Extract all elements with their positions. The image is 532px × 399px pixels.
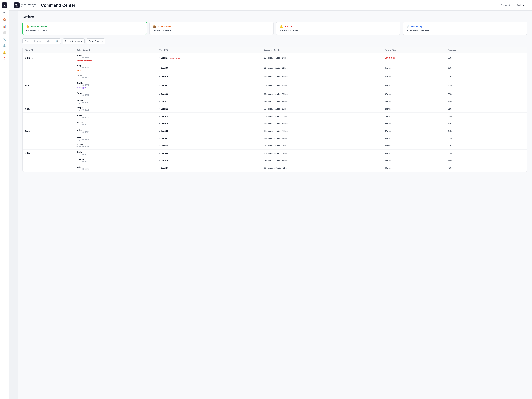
picker-name: Angel [25, 108, 31, 110]
cart-expand-icon[interactable]: › [159, 108, 160, 110]
orders-on-cart-value: 07 orders / 29 units / 28 lines [264, 115, 288, 117]
picker-cell: Erika K. [23, 53, 74, 63]
at-packout-stats: 12 carts 94 orders [152, 30, 270, 32]
cart-id-label[interactable]: › Cart #01 [159, 84, 259, 86]
cart-id-label[interactable]: › Cart #27 [159, 100, 259, 102]
orders-on-cart-sort[interactable]: Orders on Cart ⇅ [264, 49, 280, 51]
cart-expand-icon[interactable]: › [159, 152, 160, 154]
cart-id-label[interactable]: › Cart #18 [159, 122, 259, 125]
cart-id-label[interactable]: › Cart #06 [159, 152, 259, 154]
cart-expand-icon[interactable]: › [159, 115, 160, 117]
cart-id-label[interactable]: › Cart #11 [159, 108, 259, 110]
cart-id-label[interactable]: › Cart #19 [159, 159, 259, 162]
cart-expand-icon[interactable]: › [159, 84, 160, 86]
row-menu-button[interactable]: ⋮ [500, 93, 502, 96]
partials-orders: 36 orders [279, 30, 289, 32]
cart-expand-icon[interactable]: › [159, 93, 160, 95]
cart-sort[interactable]: Cart ID ⇅ [159, 49, 168, 51]
row-menu-button[interactable]: ⋮ [500, 152, 502, 155]
orders-on-cart-value: 09 orders / 103 units / 31 lines [264, 167, 290, 169]
pending-stats: 1028 orders 1435 lines [406, 30, 524, 32]
picker-cell [23, 164, 74, 172]
row-menu-button[interactable]: ⋮ [500, 84, 502, 87]
cart-id-cell: › Cart #11 [157, 105, 261, 113]
cart-id-label[interactable]: › Cart #17 [159, 167, 259, 169]
sidebar-help-icon[interactable]: ❓ [2, 56, 7, 62]
cart-expand-icon[interactable]: › [159, 160, 160, 162]
orders-on-cart-value: 12 orders / 63 units / 22 lines [264, 100, 288, 102]
robot-id-label: freight100-1694 [76, 77, 155, 79]
card-at-packout[interactable]: 📦 At Packout 12 carts 94 orders [149, 22, 274, 35]
row-menu-button[interactable]: ⋮ [500, 122, 502, 125]
time-in-pick-value: 49 mins [385, 159, 392, 162]
row-menu-button[interactable]: ⋮ [500, 57, 502, 59]
cart-id-label[interactable]: › Cart #12 [159, 145, 259, 147]
card-partials[interactable]: 🔔 Partials 36 orders 84 lines [276, 22, 400, 35]
sidebar-home-icon[interactable]: 🏠 [2, 17, 7, 22]
progress-cell: 99% [445, 73, 497, 80]
card-picking-now[interactable]: 🤚 Picking Now 208 orders 837 lines [22, 22, 147, 35]
orders-on-cart-cell: 09 orders / 38 units / 24 lines [261, 90, 382, 98]
row-menu-button[interactable]: ⋮ [500, 159, 502, 162]
row-menu-button[interactable]: ⋮ [500, 108, 502, 110]
robot-name-label: Cooper [76, 107, 155, 109]
search-box[interactable]: 🔍 [22, 38, 61, 44]
row-menu-button[interactable]: ⋮ [500, 66, 502, 70]
sidebar-analytics-icon[interactable]: 📊 [2, 24, 7, 29]
search-input[interactable] [25, 40, 55, 42]
robot-sort[interactable]: Robot Name ⇅ [76, 49, 90, 51]
sidebar-modules-icon[interactable]: ⬜ [2, 30, 7, 35]
picker-cell: Erika R. [23, 150, 74, 157]
order-status-filter[interactable]: Order Status ▾ [86, 38, 105, 44]
sidebar-tools-icon[interactable]: 🔧 [2, 37, 7, 42]
row-menu-button[interactable]: ⋮ [500, 100, 502, 103]
table-row: Huey freight100-1837 error › Cart #30 11… [23, 63, 527, 73]
row-menu-button[interactable]: ⋮ [500, 137, 502, 140]
cart-id-label[interactable]: › Cart #25 [159, 76, 259, 78]
table-row: Giana Lydia freight100-1514 › Cart #03 0… [23, 127, 527, 135]
progress-cell: 58% [445, 142, 497, 150]
cart-id-label[interactable]: › Cart #02 [159, 93, 259, 95]
top-nav: Zebra Symmetry AT Supply Co. ▾ Command C… [9, 0, 532, 11]
cart-id-label[interactable]: › Cart #03 [159, 130, 259, 132]
cart-status-badge: disconnected [169, 57, 181, 59]
picker-sort[interactable]: Picker ⇅ [25, 49, 33, 51]
at-packout-title: At Packout [158, 25, 171, 28]
cart-expand-icon[interactable]: › [159, 123, 160, 125]
robot-sort-icon: ⇅ [88, 49, 90, 51]
cart-expand-icon[interactable]: › [159, 167, 160, 169]
progress-value: 98% [448, 67, 452, 69]
row-menu-button[interactable]: ⋮ [500, 130, 502, 133]
row-menu-button[interactable]: ⋮ [500, 75, 502, 78]
cart-expand-icon[interactable]: › [159, 101, 160, 102]
time-in-pick-cell: 45 mins [382, 150, 445, 157]
robot-name-label: Maren [76, 136, 155, 139]
card-pending[interactable]: 📄 Pending 1028 orders 1435 lines [403, 22, 527, 35]
orders-on-cart-value: 12 orders / 55 units / 17 lines [264, 57, 288, 59]
sidebar-settings-icon[interactable]: ⚙️ [2, 43, 7, 49]
needs-attention-filter[interactable]: Needs Attention ▾ [63, 38, 84, 44]
cart-expand-icon[interactable]: › [159, 137, 160, 139]
picker-name: Erika R. [25, 152, 33, 154]
sidebar-notifications-icon[interactable]: 🔔 [2, 50, 7, 55]
cart-id-label[interactable]: › Cart #07 [159, 137, 259, 139]
row-menu-button[interactable]: ⋮ [500, 115, 502, 118]
tab-orders[interactable]: Orders [513, 3, 527, 8]
cart-expand-icon[interactable]: › [159, 76, 160, 78]
cart-expand-icon[interactable]: › [159, 145, 160, 147]
brand-company[interactable]: AT Supply Co. ▾ [21, 5, 36, 7]
orders-on-cart-value: 07 orders / 49 units / 21 lines [264, 145, 288, 147]
cart-expand-icon[interactable]: › [159, 67, 160, 69]
cart-id-label[interactable]: › Cart #13 [159, 115, 259, 117]
cart-expand-icon[interactable]: › [159, 130, 160, 132]
table-row: Wilson freight100-1636 › Cart #27 12 ord… [23, 98, 527, 105]
cart-expand-icon[interactable]: › [159, 57, 160, 59]
cart-id-label[interactable]: › Cart #17 disconnected [159, 57, 259, 59]
row-menu-button[interactable]: ⋮ [500, 144, 502, 147]
tab-snapshot[interactable]: Snapshot [497, 3, 513, 8]
cart-id-label[interactable]: › Cart #30 [159, 67, 259, 69]
progress-value: 72% [448, 159, 452, 162]
row-menu-cell: ⋮ [497, 98, 527, 105]
sidebar-menu-icon[interactable]: ☰ [2, 11, 7, 16]
row-menu-button[interactable]: ⋮ [500, 166, 502, 170]
